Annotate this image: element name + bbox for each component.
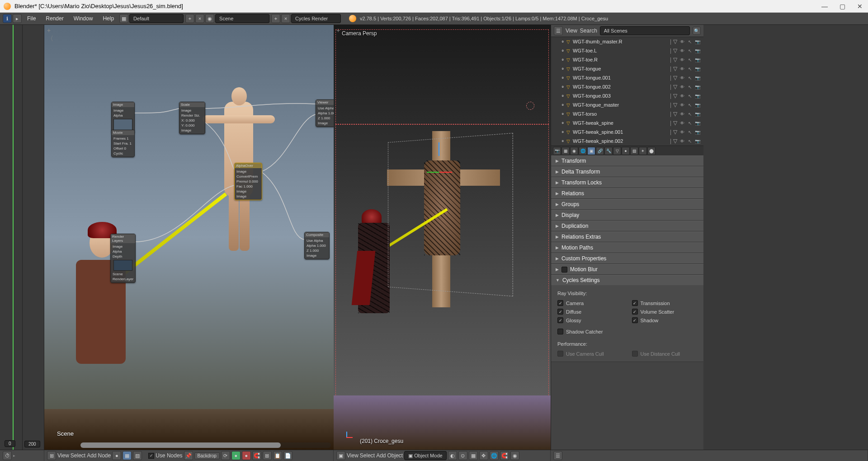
screen-layout-field[interactable]: Default xyxy=(129,14,184,23)
outliner-item[interactable]: ∘▽WGT-toe.L|▽👁↖📷 xyxy=(551,46,703,55)
node-hscroll[interactable] xyxy=(80,442,331,448)
visible-icon[interactable]: 👁 xyxy=(679,48,685,53)
tab-world-icon[interactable]: 🌐 xyxy=(579,147,587,155)
screen-browse-icon[interactable]: ▦ xyxy=(119,14,128,23)
node-editor-icon[interactable]: ⊞ xyxy=(47,451,56,460)
tab-object-icon[interactable]: ▣ xyxy=(587,147,595,155)
outliner-item[interactable]: ∘▽WGT-tweak_spine.001|▽👁↖📷 xyxy=(551,127,703,136)
tab-modifier-icon[interactable]: 🔧 xyxy=(604,147,613,155)
layers-icon[interactable]: ▦ xyxy=(469,451,478,460)
outliner-item[interactable]: ∘▽WGT-thumb_master.R|▽👁↖📷 xyxy=(551,37,703,46)
outliner[interactable]: ∘▽WGT-thumb_master.R|▽👁↖📷 ∘▽WGT-toe.L|▽👁… xyxy=(551,37,703,146)
panel-duplication[interactable]: ▶Duplication xyxy=(551,221,703,231)
outliner-search-menu[interactable]: Search xyxy=(580,28,597,34)
node-composite[interactable]: Composite Use Alpha Alpha 1.000 Z 1.000 … xyxy=(304,232,330,259)
check-diffuse[interactable]: ✓ xyxy=(557,309,563,315)
autorender-icon[interactable]: ⟳ xyxy=(221,451,230,460)
frame-start[interactable]: 0 xyxy=(5,440,15,447)
properties-editor-icon[interactable]: ☰ xyxy=(553,451,562,460)
visible-icon[interactable]: 👁 xyxy=(679,39,685,44)
panel-motion-blur[interactable]: ▶Motion Blur xyxy=(551,264,703,274)
3d-menu-view[interactable]: View xyxy=(347,452,359,459)
panel-motion-paths[interactable]: ▶Motion Paths xyxy=(551,242,703,253)
frame-end[interactable]: 200 xyxy=(24,441,40,447)
node-alphaover[interactable]: AlphaOver Image ConvertPrem Premul 0.000… xyxy=(234,163,262,200)
3d-menu-add[interactable]: Add xyxy=(376,452,386,459)
shading-icon[interactable]: ◐ xyxy=(448,451,457,460)
pivot-icon[interactable]: ⊙ xyxy=(458,451,467,460)
3d-menu-select[interactable]: Select xyxy=(360,452,375,459)
close-button[interactable]: ✕ xyxy=(855,3,864,10)
3dview-editor-icon[interactable]: ▣ xyxy=(336,451,345,460)
scene-browse-icon[interactable]: ◉ xyxy=(205,14,214,23)
pin-icon[interactable]: 📌 xyxy=(184,451,193,460)
outliner-item[interactable]: ∘▽WGT-tongue.001|▽👁↖📷 xyxy=(551,73,703,82)
node-tree-shader-icon[interactable]: ● xyxy=(112,451,121,460)
motion-blur-checkbox[interactable] xyxy=(561,267,567,273)
check-glossy[interactable]: ✓ xyxy=(557,317,563,323)
toolbar-toggle-icon[interactable]: 〈 xyxy=(47,35,53,43)
paste-icon[interactable]: 📄 xyxy=(283,451,292,460)
timeline-editor-icon[interactable]: ⏱ xyxy=(3,451,12,460)
node-scale[interactable]: Scale Image Render Siz. X: 0.000 Y: 0.00… xyxy=(179,102,205,134)
menu-render[interactable]: Render xyxy=(41,14,68,23)
minimize-button[interactable]: — xyxy=(820,3,830,10)
node-menu-add[interactable]: Add xyxy=(87,452,96,459)
panel-delta-transform[interactable]: ▶Delta Transform xyxy=(551,166,703,177)
snap-3d-icon[interactable]: 🧲 xyxy=(500,451,509,460)
manipulator-icon[interactable]: ✥ xyxy=(479,451,488,460)
search-icon[interactable]: 🔍 xyxy=(693,27,701,35)
select-icon[interactable]: ↖ xyxy=(687,48,693,53)
outliner-editor-icon[interactable]: ☰ xyxy=(554,26,563,35)
node-tree-compositor-icon[interactable]: ▦ xyxy=(123,451,132,460)
3d-viewport[interactable]: + Camera Persp (201) Croce_gesu xyxy=(334,25,551,450)
tab-renderlayers-icon[interactable]: ▦ xyxy=(561,147,570,155)
select-icon[interactable]: ↖ xyxy=(687,39,693,44)
backdrop-button[interactable]: Backdrop xyxy=(194,452,220,459)
3d-menu-object[interactable]: Object xyxy=(387,452,403,459)
use-nodes-checkbox[interactable]: ✓ xyxy=(148,453,154,459)
orient-icon[interactable]: 🌐 xyxy=(490,451,499,460)
snap-icon[interactable]: 🧲 xyxy=(252,451,261,460)
tab-data-icon[interactable]: ▽ xyxy=(613,147,621,155)
outliner-view-menu[interactable]: View xyxy=(566,28,577,34)
screen-delete-button[interactable]: × xyxy=(195,14,204,23)
check-shadow-catcher[interactable] xyxy=(557,329,563,334)
copy-icon[interactable]: 📋 xyxy=(273,451,282,460)
menu-window[interactable]: Window xyxy=(69,14,98,23)
outliner-item[interactable]: ∘▽WGT-tongue|▽👁↖📷 xyxy=(551,64,703,73)
outliner-item[interactable]: ∘▽WGT-toe.R|▽👁↖📷 xyxy=(551,55,703,64)
tab-particles-icon[interactable]: ✶ xyxy=(639,147,647,155)
node-menu-node[interactable]: Node xyxy=(98,452,111,459)
panel-transform-locks[interactable]: ▶Transform Locks xyxy=(551,177,703,188)
outliner-item[interactable]: ∘▽WGT-tweak_spine.002|▽👁↖📷 xyxy=(551,136,703,146)
node-tree-texture-icon[interactable]: ▨ xyxy=(133,451,142,460)
render-icon[interactable]: 📷 xyxy=(694,39,701,44)
maximize-button[interactable]: ▢ xyxy=(838,3,847,10)
playhead-icon[interactable] xyxy=(13,25,14,450)
node-menu-view[interactable]: View xyxy=(57,452,69,459)
scene-delete-button[interactable]: × xyxy=(281,14,290,23)
scene-field[interactable]: Scene xyxy=(215,14,269,23)
check-transmission[interactable]: ✓ xyxy=(632,300,638,306)
check-camera[interactable]: ✓ xyxy=(557,300,563,306)
node-renderlayers[interactable]: Render Layers Image Alpha Depth Scene Re… xyxy=(110,234,136,283)
free-unused-icon[interactable]: ● xyxy=(231,451,241,460)
node-editor-viewport[interactable]: + 〈 Image Image Alpha Movie xyxy=(44,25,334,450)
render-engine-dropdown[interactable]: Cycles Render xyxy=(291,14,341,23)
tab-render-icon[interactable]: 📷 xyxy=(553,147,561,155)
panel-custom-properties[interactable]: ▶Custom Properties xyxy=(551,253,703,263)
tab-physics-icon[interactable]: ⬤ xyxy=(647,147,656,155)
node-movie[interactable]: Movie Frames 1 Start Fra. 1 Offset 0 Cyc… xyxy=(111,130,135,157)
panel-transform[interactable]: ▶Transform xyxy=(551,155,703,166)
snap-type-icon[interactable]: ⊞ xyxy=(263,451,272,460)
tab-material-icon[interactable]: ● xyxy=(622,147,630,155)
region-corner-icon[interactable]: + xyxy=(47,27,51,34)
mode-dropdown[interactable]: ▣ Object Mode xyxy=(404,451,446,460)
editor-type-icon[interactable]: ℹ xyxy=(3,14,12,23)
check-volume-scatter[interactable]: ✓ xyxy=(632,309,638,315)
scene-add-button[interactable]: + xyxy=(271,14,280,23)
menu-help[interactable]: Help xyxy=(98,14,118,23)
outliner-item[interactable]: ∘▽WGT-torso|▽👁↖📷 xyxy=(551,109,703,118)
outliner-item[interactable]: ∘▽WGT-tongue_master|▽👁↖📷 xyxy=(551,100,703,109)
